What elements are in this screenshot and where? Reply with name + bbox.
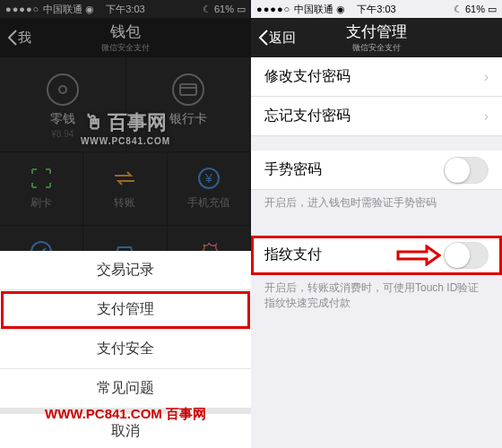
battery-percent: 61% <box>465 4 485 14</box>
page-title: 支付管理 <box>346 22 407 42</box>
chevron-right-icon: › <box>484 108 489 125</box>
nav-bar: 返回 支付管理 微信安全支付 <box>251 18 502 57</box>
status-time: 下午3:03 <box>357 3 395 16</box>
hint-text: 开启后，转账或消费时，可使用Touch ID验证指纹快速完成付款 <box>251 275 502 322</box>
row-3[interactable]: 手势密码 <box>251 151 502 190</box>
sheet-item-0[interactable]: 交易记录 <box>0 251 251 290</box>
section-gap <box>251 136 502 151</box>
chevron-right-icon: › <box>484 69 489 85</box>
right-screenshot: ●●●●○ 中国联通 ◉ 下午3:03 ☾ 61% ▭ 返回 支付管理 微信安全… <box>251 0 502 448</box>
page-subtitle: 微信安全支付 <box>346 42 407 54</box>
row-label: 忘记支付密码 <box>264 107 351 125</box>
back-label: 返回 <box>269 30 296 47</box>
signal-dots-icon: ●●●●○ <box>256 4 290 14</box>
hint-text: 开启后，进入钱包时需验证手势密码 <box>251 190 502 221</box>
row-label: 指纹支付 <box>264 246 322 264</box>
carrier-label: 中国联通 <box>294 3 333 16</box>
battery-icon: ▭ <box>488 4 497 15</box>
moon-icon: ☾ <box>454 4 463 15</box>
row-0[interactable]: 修改支付密码› <box>251 57 502 97</box>
settings-list: 修改支付密码›忘记支付密码›手势密码开启后，进入钱包时需验证手势密码指纹支付开启… <box>251 57 502 322</box>
row-label: 手势密码 <box>264 160 322 179</box>
row-6[interactable]: 指纹支付 <box>251 236 502 275</box>
sheet-item-2[interactable]: 支付安全 <box>0 330 251 369</box>
highlight-arrow-icon <box>396 245 441 266</box>
footer-watermark: WWW.PC841.COM 百事网 <box>0 406 251 423</box>
status-bar: ●●●●○ 中国联通 ◉ 下午3:03 ☾ 61% ▭ <box>251 0 502 18</box>
sheet-item-3[interactable]: 常见问题 <box>0 369 251 409</box>
row-1[interactable]: 忘记支付密码› <box>251 97 502 136</box>
sheet-item-1[interactable]: 支付管理 <box>0 290 251 330</box>
section-gap <box>251 221 502 236</box>
toggle-switch[interactable] <box>444 157 489 184</box>
back-button[interactable]: 返回 <box>258 30 296 47</box>
wifi-icon: ◉ <box>336 4 345 15</box>
left-screenshot: ●●●●○ 中国联通 ◉ 下午3:03 ☾ 61% ▭ 我 钱包 微信安全支付 … <box>0 0 251 448</box>
row-label: 修改支付密码 <box>264 67 351 86</box>
toggle-switch[interactable] <box>444 242 489 269</box>
